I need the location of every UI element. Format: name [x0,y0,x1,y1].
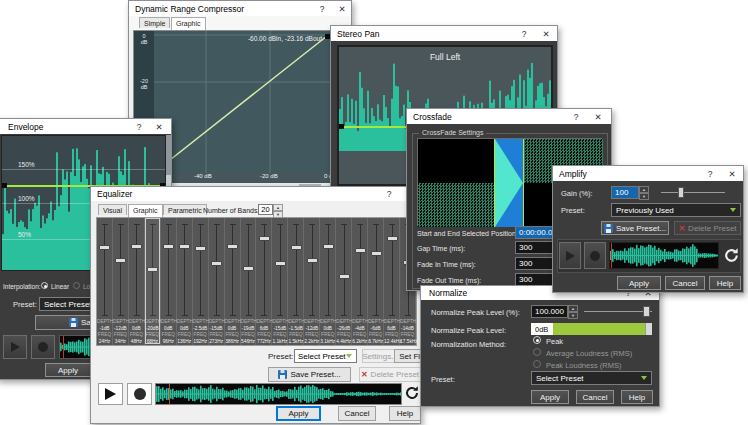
norm-peak-pct-thumb[interactable] [643,306,650,317]
eq-band-handle[interactable] [387,236,398,241]
amp-play-button[interactable] [559,242,581,269]
eq-band-handle[interactable] [339,274,350,279]
eq-apply-button[interactable]: Apply [276,406,321,421]
env-stop-button[interactable] [31,335,55,359]
pan-close-button[interactable]: ✕ [539,29,553,39]
eq-bands-count[interactable]: 20 [258,204,273,215]
amp-save-preset-button[interactable]: Save Preset... [601,221,669,235]
amp-gain-slider[interactable] [661,192,725,193]
eq-band-handle[interactable] [179,244,190,249]
norm-help-button2[interactable]: Help [621,390,653,404]
norm-radio-avg[interactable] [533,348,541,356]
drc-close-button[interactable]: ✕ [335,4,349,14]
eq-delete-preset-button[interactable]: ✕Delete Preset [359,367,421,382]
xf-close-button[interactable]: ✕ [591,112,605,122]
eq-settings-button[interactable]: Settings... [362,349,398,363]
eq-band-column[interactable]: DEPTH-1.5dBFREQ1.5kHz [288,218,304,345]
drc-tab-graphic[interactable]: Graphic [171,17,206,30]
amp-gain-input[interactable]: 100 [611,186,639,199]
norm-preset-dropdown[interactable]: Select Preset [531,371,652,385]
eq-band-column[interactable]: DEPTH-19dBFREQ546Hz [241,218,257,345]
eq-band-handle[interactable] [131,244,142,249]
amp-close-button[interactable]: ✕ [725,169,739,179]
amp-help-button[interactable]: ? [703,169,717,179]
env-play-button[interactable] [3,335,27,359]
eq-band-handle[interactable] [115,258,126,263]
eq-tab-visual[interactable]: Visual [98,204,127,215]
eq-band-handle[interactable] [323,244,334,249]
eq-band-handle[interactable] [307,258,318,263]
xf-help-button[interactable]: ? [569,112,583,122]
norm-radio-peak-label[interactable]: Peak [546,337,563,346]
drc-plot[interactable]: -60.00 dBin, -23.16 dBout [154,31,352,173]
env-help-button[interactable]: ? [132,122,146,132]
eq-band-column[interactable]: DEPTH-2.5dBFREQ192Hz [193,218,209,345]
eq-band-column[interactable]: DEPTH-1dBFREQ24Hz [97,218,113,345]
amp-loop-icon[interactable] [723,247,740,264]
amp-preset-dropdown[interactable]: Previously Used [611,203,741,217]
eq-band-column[interactable]: DEPTH0dBFREQ386Hz [225,218,241,345]
amp-help-button2[interactable]: Help [709,276,741,290]
eq-band-column[interactable]: DEPTH0dBFREQ3.1kHz [320,218,336,345]
env-radio-logarithmic[interactable] [73,282,80,289]
eq-save-preset-button[interactable]: Save Preset... [268,367,351,382]
norm-peak-slider[interactable]: 0dB [531,323,652,335]
eq-band-handle[interactable] [99,245,110,250]
amp-gain-spinner[interactable]: ▲▼ [639,186,649,199]
eq-titlebar[interactable]: Equalizer [91,187,420,201]
eq-band-handle[interactable] [259,236,270,241]
pan-help-button[interactable]: ? [517,29,531,39]
eq-band-column[interactable]: DEPTH0dBFREQ136Hz [177,218,193,345]
eq-band-column[interactable]: DEPTH-15dBFREQ273Hz [209,218,225,345]
eq-band-column[interactable]: DEPTH0dBFREQ48Hz [129,218,145,345]
eq-help-button2[interactable]: Help [389,406,421,421]
norm-radio-peak[interactable] [533,336,541,344]
eq-band-column[interactable]: DEPTH6dBFREQ12.4kHz [384,218,400,345]
eq-play-button[interactable] [98,383,123,405]
eq-preset-dropdown[interactable]: Select Preset [294,349,357,363]
amp-apply-button[interactable]: Apply [617,276,661,290]
amp-cancel-button[interactable]: Cancel [665,276,705,290]
norm-radio-peakloud-label[interactable]: Peak Loudness (RMS) [546,361,621,370]
drc-help-button[interactable]: ? [315,4,329,14]
norm-apply-button[interactable]: Apply [531,390,569,404]
eq-band-handle[interactable] [211,261,222,266]
eq-tab-graphic[interactable]: Graphic [128,204,163,217]
eq-band-column[interactable]: DEPTH-26dBFREQ4.4kHz [336,218,352,345]
eq-band-column[interactable]: DEPTH-15dBFREQ1.1kHz [272,218,288,345]
env-radio-linear-label[interactable]: Linear [51,283,69,290]
env-envelope-handle-left[interactable] [2,183,7,188]
eq-band-column[interactable]: DEPTH-20dBFREQ68Hz [145,218,161,345]
amp-stop-button[interactable] [584,242,606,269]
eq-band-column[interactable]: DEPTH0dBFREQ96Hz [161,218,177,345]
amp-gain-thumb[interactable] [678,187,684,198]
norm-radio-peakloud[interactable] [533,360,541,368]
eq-tab-parametric[interactable]: Parametric [163,204,207,215]
pan-envelope-handle[interactable] [339,124,344,129]
eq-loopplay-button[interactable] [127,383,152,405]
eq-bands-spinner[interactable]: ▲▼ [273,204,283,215]
eq-loop-icon[interactable] [404,385,420,401]
eq-band-column[interactable]: DEPTH-4dBFREQ6.2kHz [352,218,368,345]
eq-cancel-button[interactable]: Cancel [338,406,376,421]
eq-band-handle[interactable] [163,244,174,249]
norm-cancel-button[interactable]: Cancel [576,390,614,404]
drc-tab-simple[interactable]: Simple [139,17,170,28]
norm-peak-pct-input[interactable]: 100.000 [531,305,568,318]
eq-band-handle[interactable] [371,251,382,256]
eq-band-handle[interactable] [355,248,366,253]
amp-delete-preset-button[interactable]: ✕Delete Preset [674,221,741,235]
eq-band-column[interactable]: DEPTH-6dBFREQ8.7kHz [368,218,384,345]
norm-radio-avg-label[interactable]: Average Loudness (RMS) [546,349,632,358]
eq-set-flat-button[interactable]: Set Flat [394,349,421,363]
eq-band-handle[interactable] [195,246,206,251]
env-apply-button[interactable]: Apply [45,363,91,377]
eq-band-handle[interactable] [243,266,254,271]
eq-band-handle[interactable] [275,261,286,266]
eq-help-button[interactable]: ? [382,189,396,199]
eq-band-handle[interactable] [291,245,302,250]
eq-band-handle[interactable] [227,244,238,249]
eq-band-column[interactable]: DEPTH-12dBFREQ2.2kHz [304,218,320,345]
env-close-button[interactable]: ✕ [152,122,166,132]
env-radio-linear[interactable] [41,282,48,289]
